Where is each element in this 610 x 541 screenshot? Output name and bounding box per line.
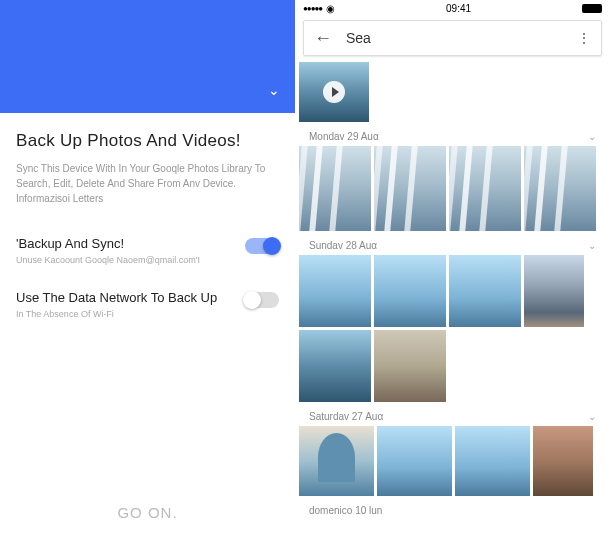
photo-thumbnail[interactable] bbox=[524, 255, 584, 327]
status-bar: ●●●●● ◉ 09:41 bbox=[295, 0, 610, 16]
data-network-sub: In The Absence Of Wi-Fi bbox=[16, 309, 245, 319]
date-label: domenico 10 lun bbox=[309, 505, 382, 516]
search-bar[interactable]: ← Sea ⋮ bbox=[303, 20, 602, 56]
chevron-down-icon: ⌄ bbox=[588, 131, 596, 142]
photo-thumbnail[interactable] bbox=[533, 426, 593, 496]
data-network-label: Use The Data Network To Back Up bbox=[16, 290, 245, 305]
photo-thumbnail[interactable] bbox=[299, 146, 371, 231]
photo-thumbnail[interactable] bbox=[374, 255, 446, 327]
photo-thumbnail[interactable] bbox=[299, 255, 371, 327]
photo-thumbnail[interactable] bbox=[455, 426, 530, 496]
chevron-down-icon: ⌄ bbox=[588, 411, 596, 422]
chevron-down-icon: ⌄ bbox=[588, 240, 596, 251]
photo-thumbnail[interactable] bbox=[449, 146, 521, 231]
wifi-icon: ◉ bbox=[326, 3, 335, 14]
play-icon bbox=[323, 81, 345, 103]
photo-thumbnail[interactable] bbox=[299, 426, 374, 496]
search-input[interactable]: Sea bbox=[346, 30, 577, 46]
date-header-domenica[interactable]: domenico 10 lun bbox=[299, 499, 606, 520]
photo-thumbnail[interactable] bbox=[374, 330, 446, 402]
backup-sync-setting: 'Backup And Sync! Unuse Kacoount Gooqle … bbox=[16, 236, 279, 265]
more-menu-icon[interactable]: ⋮ bbox=[577, 30, 591, 46]
chevron-down-icon[interactable]: ⌄ bbox=[268, 82, 280, 98]
backup-sync-toggle[interactable] bbox=[245, 238, 279, 254]
date-label: Saturdav 27 Auα bbox=[309, 411, 383, 422]
back-arrow-icon[interactable]: ← bbox=[314, 28, 332, 49]
backup-sync-sub: Unuse Kacoount Gooqle Naoem@qmail.com'I bbox=[16, 255, 245, 265]
data-network-setting: Use The Data Network To Back Up In The A… bbox=[16, 290, 279, 319]
photo-gallery: Mondav 29 Auα ⌄ Sundav 28 Auα ⌄ bbox=[295, 60, 610, 541]
photo-thumbnail[interactable] bbox=[377, 426, 452, 496]
date-header-monday[interactable]: Mondav 29 Auα ⌄ bbox=[299, 125, 606, 146]
photo-thumbnail[interactable] bbox=[449, 255, 521, 327]
status-time: 09:41 bbox=[446, 3, 471, 14]
settings-header: ⌄ bbox=[0, 0, 295, 113]
date-header-saturday[interactable]: Saturdav 27 Auα ⌄ bbox=[299, 405, 606, 426]
go-on-button[interactable]: GO ON. bbox=[0, 504, 295, 521]
signal-icon: ●●●●● bbox=[303, 4, 322, 13]
battery-icon bbox=[582, 4, 602, 13]
page-subtitle: Sync This Device With In Your Gooqle Pho… bbox=[16, 161, 279, 206]
date-label: Mondav 29 Auα bbox=[309, 131, 379, 142]
date-header-sunday[interactable]: Sundav 28 Auα ⌄ bbox=[299, 234, 606, 255]
data-network-toggle[interactable] bbox=[245, 292, 279, 308]
date-label: Sundav 28 Auα bbox=[309, 240, 377, 251]
photo-thumbnail[interactable] bbox=[299, 330, 371, 402]
page-title: Back Up Photos And Videos! bbox=[16, 131, 279, 151]
video-thumbnail[interactable] bbox=[299, 62, 369, 122]
photo-thumbnail[interactable] bbox=[524, 146, 596, 231]
photo-thumbnail[interactable] bbox=[374, 146, 446, 231]
backup-sync-label: 'Backup And Sync! bbox=[16, 236, 245, 251]
